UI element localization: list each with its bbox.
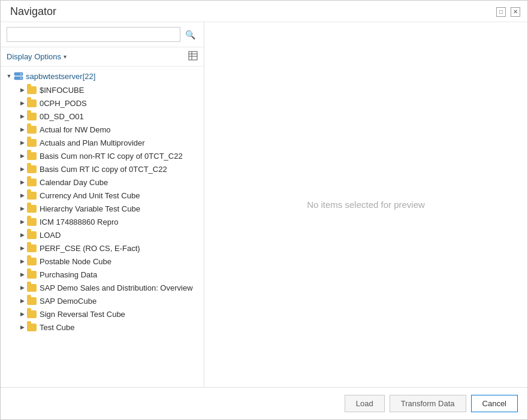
item-expander[interactable]: ▶ (17, 191, 27, 200)
item-label: SAP DemoCube (40, 297, 96, 306)
item-label: SAP Demo Sales and Distribution: Overvie… (40, 283, 193, 292)
item-label: PERF_CSE (RO CS, E-Fact) (40, 244, 140, 253)
folder-icon (27, 271, 37, 279)
item-expander[interactable]: ▶ (17, 243, 27, 253)
folder-icon (27, 139, 37, 147)
folder-icon (27, 86, 37, 94)
item-label: ICM 174888860 Repro (40, 217, 119, 226)
folder-icon (27, 205, 37, 213)
folder-icon (27, 310, 37, 318)
minimize-button[interactable]: □ (496, 7, 506, 17)
list-item[interactable]: ▶Postable Node Cube (15, 255, 204, 268)
list-item[interactable]: ▶Actuals and Plan Multiprovider (15, 136, 204, 149)
item-label: Calendar Day Cube (40, 178, 108, 187)
list-item[interactable]: ▶ICM 174888860 Repro (15, 215, 204, 228)
folder-icon (27, 231, 37, 239)
root-expander[interactable]: ▼ (4, 71, 14, 81)
item-expander[interactable]: ▶ (17, 296, 27, 306)
item-label: Actual for NW Demo (40, 125, 110, 134)
display-options-bar: Display Options ▾ (1, 47, 204, 67)
list-item[interactable]: ▶Hierarchy Variable Test Cube (15, 202, 204, 215)
item-expander[interactable]: ▶ (17, 283, 27, 292)
list-item[interactable]: ▶PERF_CSE (RO CS, E-Fact) (15, 241, 204, 255)
table-icon (188, 51, 198, 61)
list-item[interactable]: ▶Basis Cum RT IC copy of 0TCT_C22 (15, 162, 204, 176)
empty-preview-message: No items selected for preview (307, 200, 425, 210)
item-expander[interactable]: ▶ (17, 177, 27, 187)
footer: Load Transform Data Cancel (1, 387, 527, 419)
child-items: ▶$INFOCUBE▶0CPH_PODS▶0D_SD_O01▶Actual fo… (1, 83, 204, 334)
tree-area[interactable]: ▼ sapbwtestserver[22] ▶$INFOCUB (1, 67, 204, 387)
left-panel: 🔍 Display Options ▾ (1, 22, 204, 387)
svg-rect-0 (189, 52, 197, 60)
window-title: Navigator (10, 5, 56, 18)
item-label: Hierarchy Variable Test Cube (40, 204, 140, 213)
svg-point-7 (20, 78, 22, 79)
folder-icon (27, 99, 37, 107)
item-label: Test Cube (40, 323, 75, 332)
table-view-button[interactable] (188, 51, 198, 62)
search-input[interactable] (7, 27, 180, 42)
list-item[interactable]: ▶Test Cube (15, 321, 204, 334)
display-options-label: Display Options (7, 52, 61, 61)
list-item[interactable]: ▶$INFOCUBE (15, 83, 204, 96)
close-button[interactable]: ✕ (511, 7, 520, 17)
title-bar: Navigator □ ✕ (1, 1, 527, 22)
item-expander[interactable]: ▶ (17, 217, 27, 226)
cancel-button[interactable]: Cancel (471, 395, 518, 412)
item-label: Purchasing Data (40, 270, 97, 279)
folder-icon (27, 152, 37, 160)
server-svg (14, 71, 23, 81)
load-button[interactable]: Load (345, 395, 385, 412)
item-label: 0D_SD_O01 (40, 112, 84, 121)
tree-root-item[interactable]: ▼ sapbwtestserver[22] (1, 69, 204, 83)
folder-icon (27, 126, 37, 134)
item-expander[interactable]: ▶ (17, 309, 27, 319)
item-expander[interactable]: ▶ (17, 125, 27, 134)
list-item[interactable]: ▶Basis Cum non-RT IC copy of 0TCT_C22 (15, 149, 204, 162)
folder-icon (27, 192, 37, 200)
list-item[interactable]: ▶Calendar Day Cube (15, 176, 204, 189)
item-expander[interactable]: ▶ (17, 111, 27, 121)
item-expander[interactable]: ▶ (17, 230, 27, 240)
item-expander[interactable]: ▶ (17, 204, 27, 213)
item-label: Currency And Unit Test Cube (40, 191, 140, 200)
item-label: Sign Reversal Test Cube (40, 310, 125, 319)
item-label: Basis Cum non-RT IC copy of 0TCT_C22 (40, 152, 183, 161)
item-expander[interactable]: ▶ (17, 164, 27, 174)
search-bar: 🔍 (1, 22, 204, 47)
list-item[interactable]: ▶Sign Reversal Test Cube (15, 307, 204, 321)
list-item[interactable]: ▶SAP DemoCube (15, 294, 204, 307)
transform-data-button[interactable]: Transform Data (390, 395, 466, 412)
window-controls: □ ✕ (496, 7, 520, 17)
list-item[interactable]: ▶Purchasing Data (15, 268, 204, 281)
folder-icon (27, 113, 37, 120)
folder-icon (27, 324, 37, 331)
folder-icon (27, 179, 37, 186)
item-label: 0CPH_PODS (40, 99, 87, 108)
list-item[interactable]: ▶Actual for NW Demo (15, 123, 204, 136)
item-expander[interactable]: ▶ (17, 322, 27, 332)
display-options-button[interactable]: Display Options ▾ (7, 52, 67, 61)
list-item[interactable]: ▶0D_SD_O01 (15, 110, 204, 123)
svg-point-6 (20, 74, 22, 75)
item-expander[interactable]: ▶ (17, 151, 27, 161)
item-expander[interactable]: ▶ (17, 270, 27, 279)
folder-icon (27, 244, 37, 252)
folder-icon (27, 258, 37, 265)
display-options-arrow: ▾ (64, 53, 67, 60)
server-icon (14, 71, 23, 81)
item-expander[interactable]: ▶ (17, 85, 27, 95)
search-button[interactable]: 🔍 (183, 29, 198, 41)
item-expander[interactable]: ▶ (17, 98, 27, 108)
item-expander[interactable]: ▶ (17, 256, 27, 266)
item-label: Basis Cum RT IC copy of 0TCT_C22 (40, 165, 167, 174)
list-item[interactable]: ▶SAP Demo Sales and Distribution: Overvi… (15, 281, 204, 294)
list-item[interactable]: ▶Currency And Unit Test Cube (15, 189, 204, 202)
item-label: LOAD (40, 231, 61, 240)
list-item[interactable]: ▶0CPH_PODS (15, 96, 204, 110)
item-expander[interactable]: ▶ (17, 138, 27, 147)
list-item[interactable]: ▶LOAD (15, 228, 204, 241)
item-label: Postable Node Cube (40, 257, 111, 266)
folder-icon (27, 218, 37, 226)
